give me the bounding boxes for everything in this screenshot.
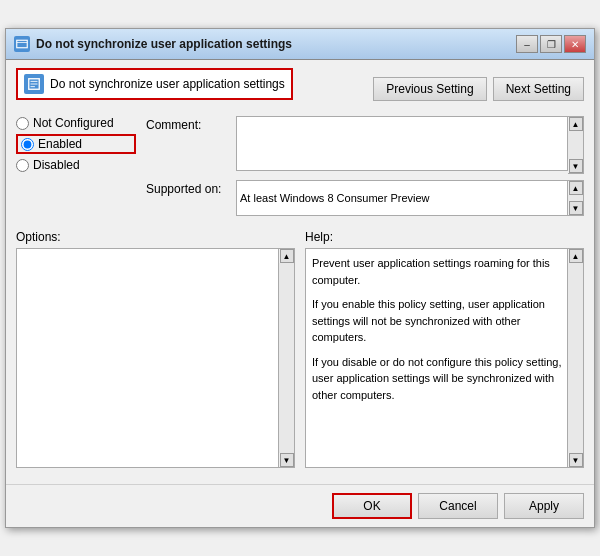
svg-rect-0 — [17, 40, 28, 48]
window-icon — [14, 36, 30, 52]
enabled-input[interactable] — [21, 138, 34, 151]
comment-label: Comment: — [146, 116, 236, 132]
setting-header: Do not synchronize user application sett… — [16, 68, 293, 100]
policy-icon — [24, 74, 44, 94]
previous-setting-button[interactable]: Previous Setting — [373, 77, 486, 101]
options-scroll-up[interactable]: ▲ — [280, 249, 294, 263]
supported-value: At least Windows 8 Consumer Preview — [236, 180, 568, 216]
next-setting-button[interactable]: Next Setting — [493, 77, 584, 101]
window-title: Do not synchronize user application sett… — [36, 37, 292, 51]
header-row: Do not synchronize user application sett… — [16, 68, 584, 110]
help-label: Help: — [305, 230, 584, 244]
scroll-up-arrow[interactable]: ▲ — [569, 117, 583, 131]
disabled-label: Disabled — [33, 158, 80, 172]
help-scroll-track — [568, 263, 583, 453]
disabled-radio[interactable]: Disabled — [16, 158, 136, 172]
enabled-radio[interactable]: Enabled — [16, 134, 136, 154]
bottom-panels: Options: ▲ ▼ Help: Prevent user applicat… — [16, 230, 584, 468]
setting-header-text: Do not synchronize user application sett… — [50, 77, 285, 91]
options-scroll-down[interactable]: ▼ — [280, 453, 294, 467]
right-panel: Comment: ▲ ▼ Supported on: At least — [146, 116, 584, 222]
supported-scroll-up[interactable]: ▲ — [569, 181, 583, 195]
help-text3: If you disable or do not configure this … — [312, 354, 577, 404]
close-button[interactable]: ✕ — [564, 35, 586, 53]
help-panel: Prevent user application settings roamin… — [305, 248, 584, 468]
radio-panel: Not Configured Enabled Disabled — [16, 116, 136, 222]
top-section: Not Configured Enabled Disabled Comm — [16, 116, 584, 222]
minimize-button[interactable]: – — [516, 35, 538, 53]
supported-label: Supported on: — [146, 180, 236, 196]
titlebar: Do not synchronize user application sett… — [6, 29, 594, 60]
help-section: Help: Prevent user application settings … — [305, 230, 584, 468]
supported-row: Supported on: At least Windows 8 Consume… — [146, 180, 584, 216]
not-configured-input[interactable] — [16, 117, 29, 130]
apply-button[interactable]: Apply — [504, 493, 584, 519]
comment-field-box: ▲ ▼ — [236, 116, 584, 174]
bottom-bar: OK Cancel Apply — [6, 484, 594, 527]
not-configured-label: Not Configured — [33, 116, 114, 130]
help-scroll-up[interactable]: ▲ — [569, 249, 583, 263]
supported-field-box: At least Windows 8 Consumer Preview ▲ ▼ — [236, 180, 584, 216]
comment-textarea[interactable] — [236, 116, 568, 171]
scroll-track — [568, 131, 583, 159]
ok-button[interactable]: OK — [332, 493, 412, 519]
enabled-label: Enabled — [38, 137, 82, 151]
options-label: Options: — [16, 230, 295, 244]
supported-scrollbar[interactable]: ▲ ▼ — [568, 180, 584, 216]
options-panel: ▲ ▼ — [16, 248, 295, 468]
not-configured-radio[interactable]: Not Configured — [16, 116, 136, 130]
help-scroll-down[interactable]: ▼ — [569, 453, 583, 467]
options-scroll-track — [279, 263, 294, 453]
cancel-button[interactable]: Cancel — [418, 493, 498, 519]
help-content: Prevent user application settings roamin… — [306, 249, 583, 409]
titlebar-controls: – ❐ ✕ — [516, 35, 586, 53]
main-window: Do not synchronize user application sett… — [5, 28, 595, 528]
titlebar-left: Do not synchronize user application sett… — [14, 36, 292, 52]
help-text2: If you enable this policy setting, user … — [312, 296, 577, 346]
main-content: Do not synchronize user application sett… — [6, 60, 594, 476]
radio-group: Not Configured Enabled Disabled — [16, 116, 136, 172]
disabled-input[interactable] — [16, 159, 29, 172]
restore-button[interactable]: ❐ — [540, 35, 562, 53]
supported-scroll-down[interactable]: ▼ — [569, 201, 583, 215]
scroll-down-arrow[interactable]: ▼ — [569, 159, 583, 173]
comment-row: Comment: ▲ ▼ — [146, 116, 584, 174]
help-text1: Prevent user application settings roamin… — [312, 255, 577, 288]
options-section: Options: ▲ ▼ — [16, 230, 295, 468]
comment-scrollbar[interactable]: ▲ ▼ — [568, 116, 584, 174]
